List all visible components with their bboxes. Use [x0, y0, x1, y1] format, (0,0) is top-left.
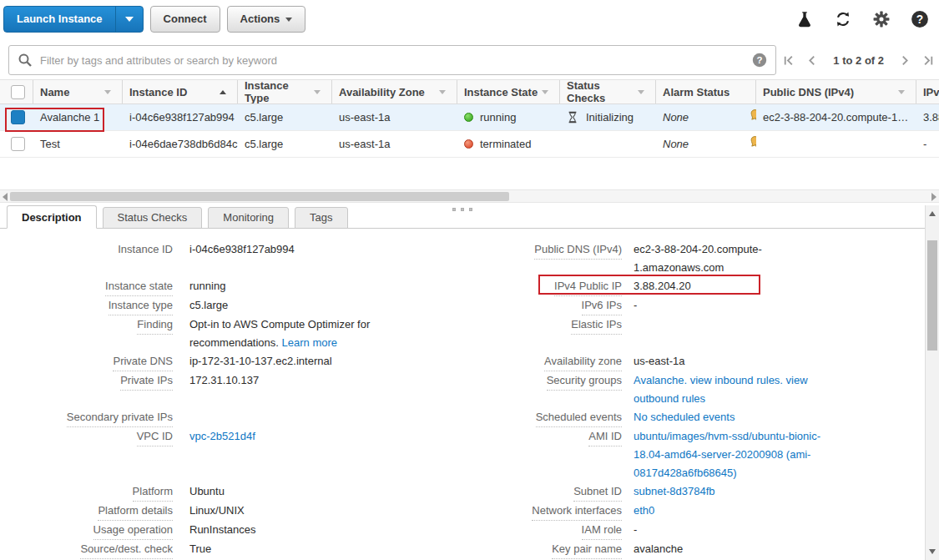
tab-description[interactable]: Description — [7, 205, 97, 229]
field-value: - — [622, 521, 832, 540]
column-header-alarm-status[interactable]: Alarm Status — [656, 80, 756, 103]
field-value — [173, 408, 467, 427]
next-page-icon[interactable] — [900, 55, 911, 66]
filter-input[interactable] — [40, 54, 752, 67]
instance-row-avalanche-1[interactable]: Avalanche 1 i-04c6e938f127ab994 c5.large… — [0, 104, 939, 131]
toolbar-right-icons: ? — [795, 10, 931, 28]
row-checkbox[interactable] — [11, 137, 25, 151]
chevron-down-icon — [285, 18, 292, 22]
field-value: True — [173, 540, 467, 559]
security-groups-link[interactable]: Avalanche. view inbound rules. view outb… — [634, 374, 808, 405]
field-label: Network interfaces — [532, 502, 622, 521]
sort-down-icon — [104, 90, 111, 94]
description-row: VPC ID vpc-2b521d4f AMI ID ubuntu/images… — [0, 427, 925, 482]
instances-table: Name Instance ID Instance Type Availabil… — [0, 79, 939, 158]
hourglass-icon — [567, 111, 578, 124]
field-label: Elastic IPs — [571, 315, 622, 335]
row-checkbox[interactable] — [11, 110, 25, 124]
field-value: avalanche — [622, 540, 832, 559]
settings-gear-icon[interactable] — [872, 10, 891, 28]
launch-instance-dropdown[interactable] — [115, 7, 143, 32]
field-value: 172.31.10.137 — [173, 371, 467, 408]
search-box[interactable]: ? — [8, 45, 776, 75]
svg-text:?: ? — [916, 13, 923, 26]
field-value: Opt-in to AWS Compute Optimizer for reco… — [189, 315, 398, 352]
cell-ipv4-public-ip: 3.88.204.20 — [916, 104, 939, 131]
field-value: c5.large — [173, 296, 467, 315]
launch-instance-split-button[interactable]: Launch Instance — [3, 6, 144, 33]
field-value: ec2-3-88-204-20.compute-1.amazonaws.com — [622, 240, 832, 277]
field-label: Security groups — [547, 371, 622, 391]
last-page-icon[interactable] — [923, 55, 934, 66]
cell-alarm-status: None — [656, 104, 756, 131]
field-value: running — [173, 277, 467, 296]
launch-instance-button[interactable]: Launch Instance — [4, 7, 115, 32]
svg-text:?: ? — [756, 55, 762, 65]
cell-availability-zone: us-east-1a — [332, 104, 457, 131]
field-value — [622, 315, 832, 352]
description-row: Platform Ubuntu Subnet ID subnet-8d3784f… — [0, 482, 925, 502]
horizontal-scrollbar-thumb[interactable] — [10, 192, 509, 201]
cell-instance-id: i-04e6dae738db6d84c — [123, 131, 238, 158]
network-interface-link[interactable]: eth0 — [634, 504, 654, 517]
field-label: VPC ID — [137, 427, 173, 446]
cell-instance-type: c5.large — [238, 104, 332, 131]
field-label: Platform — [133, 482, 173, 502]
field-label: Public DNS (IPv4) — [534, 240, 622, 260]
field-label: AMI ID — [588, 427, 622, 446]
field-value: ip-172-31-10-137.ec2.internal — [173, 352, 467, 371]
select-all-checkbox[interactable] — [11, 85, 25, 99]
tab-status-checks[interactable]: Status Checks — [103, 207, 203, 229]
column-header-instance-id[interactable]: Instance ID — [123, 80, 238, 103]
running-state-icon — [464, 113, 473, 122]
instance-row-test[interactable]: Test i-04e6dae738db6d84c c5.large us-eas… — [0, 131, 939, 158]
field-label: Instance ID — [118, 240, 173, 259]
scroll-down-icon[interactable] — [929, 549, 936, 554]
scroll-left-icon[interactable] — [3, 193, 8, 201]
table-header-row: Name Instance ID Instance Type Availabil… — [0, 79, 939, 104]
actions-button[interactable]: Actions — [227, 6, 306, 33]
cell-instance-state: running — [457, 104, 560, 131]
scroll-right-icon[interactable] — [931, 193, 936, 201]
cell-name: Test — [33, 131, 123, 158]
scroll-up-icon[interactable] — [929, 211, 936, 216]
help-icon[interactable]: ? — [911, 10, 929, 28]
experiment-flask-icon[interactable] — [795, 10, 814, 28]
subnet-id-link[interactable]: subnet-8d3784fb — [634, 485, 715, 497]
search-help-icon[interactable]: ? — [752, 53, 767, 68]
column-header-status-checks[interactable]: Status Checks — [560, 80, 656, 103]
column-header-ipv4-public-ip[interactable]: IPv4 Public IP — [916, 80, 939, 103]
panel-resize-grip[interactable] — [452, 208, 472, 211]
field-label: IPv4 Public IP — [554, 277, 622, 296]
refresh-icon[interactable] — [834, 10, 852, 28]
description-row: Secondary private IPs Scheduled events N… — [0, 408, 925, 427]
terminated-state-icon — [464, 139, 473, 149]
sort-down-icon — [898, 90, 905, 94]
create-alarm-icon[interactable] — [749, 135, 756, 153]
vpc-id-link[interactable]: vpc-2b521d4f — [189, 430, 255, 442]
field-label: Secondary private IPs — [67, 408, 173, 427]
connect-button[interactable]: Connect — [150, 6, 220, 33]
learn-more-link[interactable]: Learn more — [282, 336, 337, 349]
column-header-instance-type[interactable]: Instance Type — [238, 80, 332, 103]
field-value: Linux/UNIX — [173, 502, 467, 521]
vertical-scrollbar[interactable] — [925, 205, 939, 560]
previous-page-icon[interactable] — [806, 55, 817, 66]
create-alarm-icon[interactable] — [749, 108, 756, 126]
field-label: Instance type — [109, 296, 173, 315]
tab-monitoring[interactable]: Monitoring — [208, 207, 289, 229]
tab-tags[interactable]: Tags — [295, 207, 347, 229]
horizontal-scrollbar[interactable] — [0, 189, 939, 203]
cell-public-dns — [756, 131, 916, 158]
first-page-icon[interactable] — [783, 55, 794, 66]
column-header-public-dns[interactable]: Public DNS (IPv4) — [756, 80, 916, 103]
column-header-availability-zone[interactable]: Availability Zone — [332, 80, 457, 103]
field-value: Ubuntu — [173, 482, 467, 502]
ami-id-link[interactable]: ubuntu/images/hvm-ssd/ubuntu-bionic-18.0… — [634, 430, 820, 479]
vertical-scrollbar-thumb[interactable] — [927, 240, 937, 351]
column-header-instance-state[interactable]: Instance State — [457, 80, 560, 103]
scheduled-events-link[interactable]: No scheduled events — [634, 411, 735, 423]
description-row: Instance state running IPv4 Public IP 3.… — [0, 277, 925, 296]
ipv4-public-ip-value: 3.88.204.20 — [622, 277, 832, 296]
column-header-name[interactable]: Name — [33, 80, 123, 103]
